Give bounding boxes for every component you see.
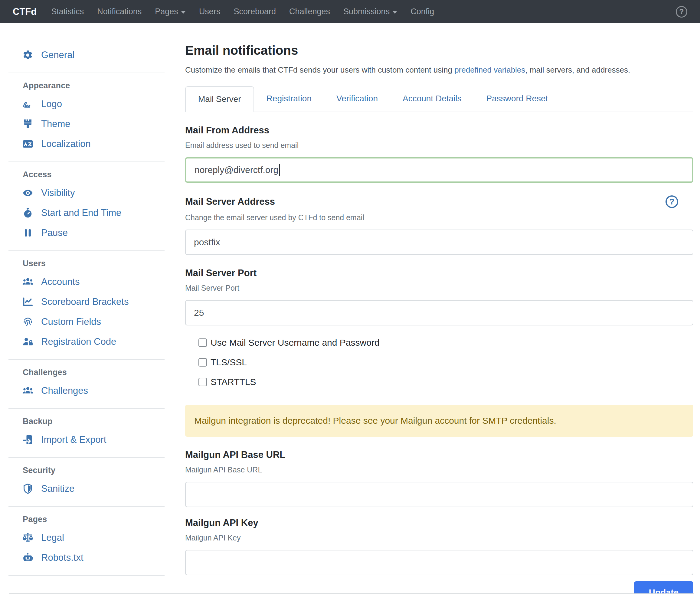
nav-item-statistics[interactable]: Statistics: [44, 7, 91, 16]
sidebar-item-label: Robots.txt: [41, 552, 84, 563]
sidebar-item-visibility[interactable]: Visibility: [22, 183, 169, 203]
eye-icon: [22, 188, 34, 198]
gear-icon: [22, 50, 34, 61]
sidebar-item-label: Sanitize: [41, 483, 74, 494]
server-address-help-icon[interactable]: ?: [666, 195, 678, 208]
sidebar-divider: [8, 73, 165, 73]
mailgun-key-input[interactable]: [185, 550, 693, 575]
sidebar-item-start-and-end-time[interactable]: Start and End Time: [22, 203, 169, 223]
checkbox-use-mail-server-username-and-password[interactable]: [198, 338, 207, 347]
sidebar-item-challenges[interactable]: Challenges: [22, 381, 169, 401]
sidebar-item-label: Localization: [41, 138, 91, 150]
sidebar-divider: [8, 457, 165, 458]
mail-from-label: Mail From Address: [185, 125, 269, 136]
sidebar-item-scoreboard-brackets[interactable]: Scoreboard Brackets: [22, 292, 169, 312]
mailgun-url-help: Mailgun API Base URL: [185, 465, 693, 474]
chart-line-icon: [22, 296, 34, 307]
nav-item-config[interactable]: Config: [404, 7, 441, 16]
sidebar-item-legal[interactable]: Legal: [22, 528, 169, 548]
predefined-variables-link[interactable]: predefined variables: [454, 65, 525, 74]
page-title: Email notifications: [185, 43, 693, 58]
sidebar-item-sanitize[interactable]: Sanitize: [22, 479, 169, 499]
mail-from-label-row: Mail From Address: [185, 125, 693, 136]
nav-item-label: Pages: [155, 7, 178, 16]
users-icon: [22, 385, 34, 396]
checkbox-tls-ssl[interactable]: [198, 358, 207, 367]
sidebar-section-backup: Backup: [23, 417, 169, 426]
sidebar-divider: [8, 506, 165, 507]
nav-item-pages[interactable]: Pages: [148, 7, 192, 16]
nav-item-users[interactable]: Users: [192, 7, 227, 16]
tab-registration[interactable]: Registration: [254, 86, 324, 112]
checkbox-row-starttls[interactable]: STARTTLS: [198, 377, 693, 387]
server-address-input[interactable]: postfix: [185, 230, 693, 255]
sidebar-item-label: Challenges: [41, 385, 88, 396]
sidebar-item-label: Visibility: [41, 188, 75, 198]
sidebar-item-label: Import & Export: [41, 434, 106, 445]
sidebar-item-localization[interactable]: Localization: [22, 134, 169, 154]
sidebar-section-challenges: Challenges: [23, 368, 169, 377]
sidebar-item-accounts[interactable]: Accounts: [22, 272, 169, 292]
sidebar-item-general[interactable]: General: [22, 45, 169, 65]
fingerprint-icon: [22, 316, 34, 327]
sidebar-divider: [8, 408, 165, 409]
sidebar-item-import-export[interactable]: Import & Export: [22, 430, 169, 450]
nav-item-label: Challenges: [289, 7, 330, 16]
paintbrush-icon: [22, 119, 34, 129]
server-address-value: postfix: [194, 237, 220, 248]
nav-item-label: Notifications: [97, 7, 141, 16]
sidebar-section-users: Users: [23, 259, 169, 268]
mailgun-deprecated-alert: Mailgun integration is deprecated! Pleas…: [185, 405, 693, 437]
checkbox-row-use-mail-server-username-and-password[interactable]: Use Mail Server Username and Password: [198, 337, 693, 348]
sidebar-item-label: Logo: [41, 99, 62, 109]
tab-password-reset[interactable]: Password Reset: [474, 86, 561, 112]
mail-from-help: Email address used to send email: [185, 141, 693, 150]
description-text: Customize the emails that CTFd sends you…: [185, 65, 454, 74]
sidebar-divider: [8, 359, 165, 360]
server-port-input[interactable]: 25: [185, 300, 693, 325]
nav-item-submissions[interactable]: Submissions: [337, 7, 404, 16]
mail-from-input[interactable]: noreply@diverctf.org: [185, 157, 693, 183]
mail-tabs: Mail ServerRegistrationVerificationAccou…: [185, 86, 693, 112]
signature-icon: [22, 99, 34, 109]
language-icon: [22, 138, 34, 150]
sidebar-item-theme[interactable]: Theme: [22, 114, 169, 134]
server-port-label-row: Mail Server Port: [185, 268, 693, 278]
nav-item-scoreboard[interactable]: Scoreboard: [227, 7, 283, 16]
sidebar-item-logo[interactable]: Logo: [22, 94, 169, 114]
navbar-items: StatisticsNotificationsPagesUsersScorebo…: [44, 7, 441, 16]
mail-options-group: Use Mail Server Username and PasswordTLS…: [198, 337, 693, 387]
sidebar-item-label: Legal: [41, 532, 64, 543]
page-description: Customize the emails that CTFd sends you…: [185, 65, 693, 75]
mailgun-url-input[interactable]: [185, 482, 693, 507]
nav-item-label: Users: [199, 7, 221, 16]
sidebar-divider: [8, 251, 165, 251]
sidebar-item-pause[interactable]: Pause: [22, 223, 169, 243]
checkbox-starttls[interactable]: [198, 378, 207, 386]
server-port-label: Mail Server Port: [185, 268, 257, 278]
sidebar-section-pages: Pages: [23, 515, 169, 524]
checkbox-label: Use Mail Server Username and Password: [211, 337, 380, 348]
tab-mail-server[interactable]: Mail Server: [185, 86, 254, 112]
brand-logo[interactable]: CTFd: [13, 6, 37, 17]
sidebar-divider: [8, 575, 165, 576]
checkbox-label: STARTTLS: [211, 377, 256, 387]
tab-verification[interactable]: Verification: [324, 86, 390, 112]
text-cursor: [279, 164, 280, 176]
nav-item-challenges[interactable]: Challenges: [283, 7, 337, 16]
sidebar-section-security: Security: [23, 466, 169, 475]
sidebar-item-robots-txt[interactable]: Robots.txt: [22, 548, 169, 568]
user-lock-icon: [22, 336, 34, 347]
help-icon[interactable]: ?: [676, 6, 687, 18]
mailgun-key-label: Mailgun API Key: [185, 518, 258, 528]
nav-item-label: Config: [411, 7, 434, 16]
config-sidebar: GeneralAppearanceLogoThemeLocalizationAc…: [0, 23, 169, 584]
update-button[interactable]: Update: [634, 581, 693, 594]
tab-account-details[interactable]: Account Details: [390, 86, 474, 112]
sidebar-item-custom-fields[interactable]: Custom Fields: [22, 312, 169, 332]
checkbox-row-tls-ssl[interactable]: TLS/SSL: [198, 357, 693, 367]
server-address-label: Mail Server Address: [185, 196, 275, 207]
nav-item-notifications[interactable]: Notifications: [91, 7, 148, 16]
sidebar-item-label: Pause: [41, 227, 68, 238]
sidebar-item-registration-code[interactable]: Registration Code: [22, 332, 169, 352]
